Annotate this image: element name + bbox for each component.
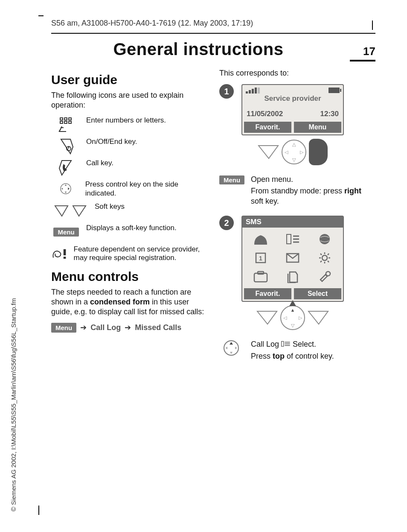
menu-icon-organizer: [246, 269, 275, 285]
svg-rect-2: [69, 118, 71, 120]
svg-marker-37: [230, 352, 233, 354]
svg-marker-11: [61, 188, 63, 190]
left-softkey-icon: [258, 145, 279, 159]
right-softkey-label: Menu: [294, 122, 341, 133]
arrow-right-icon: [78, 323, 88, 332]
running-head: S56 am, A31008-H5700-A40-1-7619 (12. May…: [51, 19, 375, 28]
svg-marker-39: [235, 347, 237, 349]
arrow-right-icon: [123, 323, 133, 332]
svg-line-28: [320, 254, 322, 255]
side-copyright: © Siemens AG 2002, I:\Mobil\L55\S55_Marl…: [10, 298, 17, 512]
svg-line-29: [328, 261, 329, 262]
menu-icon-sim: 1: [246, 250, 275, 266]
page-number: 17: [346, 45, 375, 58]
svg-rect-0: [60, 118, 63, 120]
left-softkey-icon: [256, 310, 278, 325]
end-key-icon: [51, 137, 81, 155]
dpad-icon: △◁▷▽: [282, 140, 306, 164]
svg-rect-1: [64, 118, 67, 120]
left-softkey-label: Favorit.: [244, 122, 291, 133]
svg-marker-10: [65, 192, 67, 193]
provider-label: Service provider: [242, 94, 343, 110]
screen-date: 11/05/2002: [247, 110, 283, 118]
dpad-up-press-icon: [289, 300, 296, 306]
menu-icon-files: [278, 269, 307, 285]
records-inline-icon: [281, 341, 291, 348]
phone-screen-menu: SMS 1 Favorit: [241, 216, 344, 302]
icon-desc: Enter numbers or letters.: [86, 116, 166, 125]
menu-icon-internet: [310, 231, 340, 247]
right-softkey-icon: [308, 310, 329, 325]
icon-desc: Soft keys: [95, 202, 125, 211]
corresponds-to: This corresponds to:: [219, 68, 375, 78]
step-badge-2: 2: [219, 216, 234, 230]
icon-desc: Feature dependent on service provider, m…: [74, 245, 207, 263]
svg-marker-12: [68, 187, 70, 190]
menu-icon-phonebook: [246, 231, 275, 247]
nav-step: Missed Calls: [135, 323, 181, 332]
svg-text:1: 1: [259, 255, 262, 262]
icon-desc: Displays a soft-key function.: [86, 224, 177, 233]
user-guide-intro: The following icons are used to explain …: [51, 91, 207, 110]
battery-icon: [329, 88, 340, 93]
svg-point-19: [320, 234, 330, 244]
page-title: General instructions: [51, 40, 346, 59]
control-key-text: Call Log Select. Press top of control ke…: [251, 339, 334, 361]
step-badge-1: 1: [219, 84, 234, 99]
svg-point-34: [326, 272, 330, 276]
column-right: This corresponds to: 1 Service provider: [219, 66, 375, 371]
soft-keys-icon: [51, 202, 90, 219]
right-softkey-press-icon: [309, 139, 328, 165]
page-body: S56 am, A31008-H5700-A40-1-7619 (12. May…: [51, 19, 375, 371]
left-softkey-label: Favorit.: [244, 288, 291, 299]
svg-point-23: [322, 255, 327, 260]
svg-marker-9: [65, 184, 67, 186]
heading-user-guide: User guide: [51, 73, 207, 87]
svg-rect-3: [60, 121, 63, 123]
icon-desc: Call key.: [86, 159, 113, 168]
menu-icon-messages: [278, 250, 307, 266]
svg-line-31: [320, 261, 322, 262]
nav-step: Call Log: [90, 323, 121, 332]
menu-open-text: Open menu. From standby mode: press righ…: [251, 175, 375, 206]
provider-dependent-icon: [51, 245, 69, 262]
menu-controls-body: The steps needed to reach a function are…: [51, 287, 207, 317]
heading-menu-controls: Menu controls: [51, 269, 207, 284]
keypad-icon: [51, 116, 81, 133]
svg-rect-14: [64, 257, 66, 259]
signal-icon: [246, 88, 260, 94]
svg-marker-36: [230, 342, 233, 345]
icon-desc: On/Off/End key.: [86, 137, 137, 146]
menu-softkey-icon: Menu: [51, 224, 81, 241]
svg-rect-5: [69, 121, 71, 123]
control-key-up-icon: [223, 339, 240, 357]
svg-rect-40: [282, 342, 284, 347]
svg-rect-4: [64, 121, 67, 123]
menu-icon-settings: [310, 269, 340, 285]
dpad-icon: ▲◁▷▽: [280, 305, 305, 330]
menu-softkey-icon: Menu: [219, 175, 244, 184]
menu-icon-records: [278, 231, 307, 247]
icon-desc: Press control key on the side indicated.: [85, 180, 207, 198]
phone-screen-standby: Service provider 11/05/2002 12:30 Favori…: [241, 84, 344, 135]
right-softkey-label: Select: [294, 288, 341, 299]
svg-rect-15: [287, 234, 291, 244]
menu-softkey-icon: Menu: [51, 323, 76, 333]
screen-title: SMS: [242, 216, 343, 228]
menu-icon-extras: [310, 250, 340, 266]
control-key-icon: [51, 180, 80, 197]
call-key-icon: [51, 159, 81, 176]
column-left: User guide The following icons are used …: [51, 66, 207, 371]
svg-line-30: [328, 254, 329, 255]
svg-marker-38: [225, 347, 227, 349]
svg-rect-13: [64, 249, 66, 255]
screen-time: 12:30: [320, 110, 339, 118]
